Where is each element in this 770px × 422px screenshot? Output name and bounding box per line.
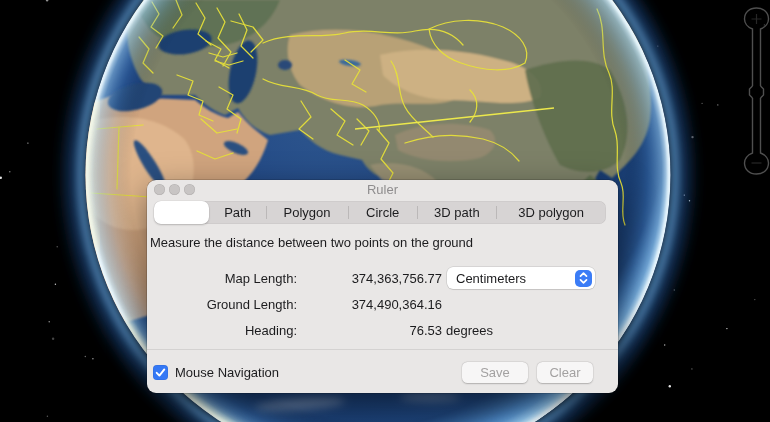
mouse-navigation-checkbox[interactable] [153,365,168,380]
mouse-navigation-label: Mouse Navigation [175,365,279,380]
map-length-row: Map Length: 374,363,756.77 Centimeters [147,265,618,291]
dialog-title: Ruler [147,182,618,197]
tab-3d-path[interactable]: 3D path [417,201,496,224]
dialog-titlebar[interactable]: Ruler [147,180,618,200]
save-button[interactable]: Save [462,362,528,383]
ground-length-row: Ground Length: 374,490,364.16 [147,291,618,317]
units-dropdown-value: Centimeters [456,271,526,286]
clear-button[interactable]: Clear [537,362,593,383]
bottom-bar: Mouse Navigation Save Clear [153,357,593,387]
tab-line[interactable] [154,201,209,224]
heading-label: Heading: [147,323,297,338]
tab-path[interactable]: Path [209,201,266,224]
tab-3d-polygon[interactable]: 3D polygon [496,201,606,224]
tab-bar: Path Polygon Circle 3D path 3D polygon [154,201,606,224]
tab-circle[interactable]: Circle [348,201,417,224]
ruler-dialog: Ruler Path Polygon Circle 3D path 3D pol… [147,180,618,393]
measurement-rows: Map Length: 374,363,756.77 Centimeters G… [147,265,618,343]
map-length-value: 374,363,756.77 [297,271,442,286]
dialog-description: Measure the distance between two points … [150,235,614,250]
units-dropdown[interactable]: Centimeters [447,267,595,289]
heading-value: 76.53 [297,323,442,338]
ground-length-label: Ground Length: [147,297,297,312]
ground-length-value: 374,490,364.16 [297,297,442,312]
heading-unit: degrees [446,323,493,338]
heading-row: Heading: 76.53 degrees [147,317,618,343]
checkmark-icon [154,366,167,379]
tab-polygon[interactable]: Polygon [266,201,348,224]
map-length-label: Map Length: [147,271,297,286]
up-down-chevrons-icon [575,270,592,287]
divider [147,349,618,350]
google-earth-viewport: Ruler Path Polygon Circle 3D path 3D pol… [0,0,770,422]
